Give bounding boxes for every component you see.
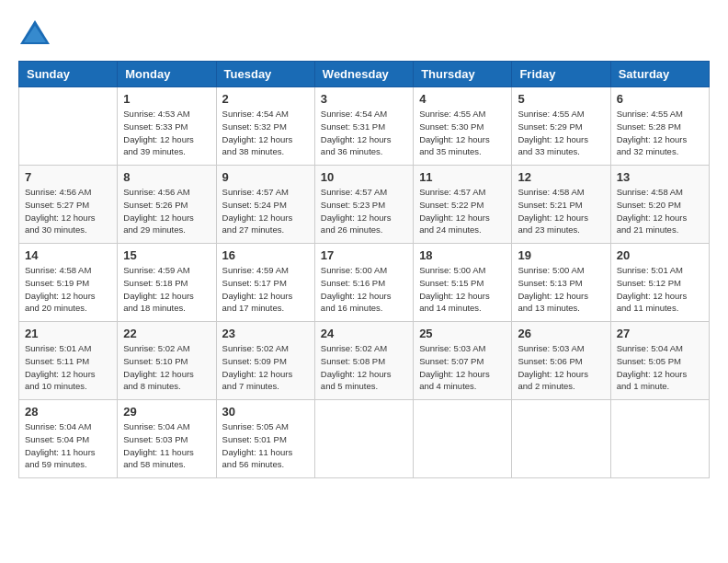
calendar-cell: 13Sunrise: 4:58 AM Sunset: 5:20 PM Dayli…: [610, 166, 709, 244]
day-number: 21: [25, 327, 111, 340]
calendar-cell: [314, 400, 413, 478]
calendar-cell: 25Sunrise: 5:03 AM Sunset: 5:07 PM Dayli…: [414, 322, 512, 400]
calendar-cell: 12Sunrise: 4:58 AM Sunset: 5:21 PM Dayli…: [512, 166, 610, 244]
day-number: 14: [25, 248, 111, 262]
day-info: Sunrise: 5:02 AM Sunset: 5:08 PM Dayligh…: [321, 342, 407, 393]
day-header-tuesday: Tuesday: [216, 62, 314, 87]
day-number: 9: [222, 170, 309, 184]
logo: [18, 18, 57, 46]
day-header-saturday: Saturday: [610, 62, 709, 87]
day-info: Sunrise: 5:01 AM Sunset: 5:11 PM Dayligh…: [25, 342, 111, 393]
day-number: 22: [123, 327, 210, 340]
day-info: Sunrise: 4:54 AM Sunset: 5:31 PM Dayligh…: [321, 108, 407, 158]
day-info: Sunrise: 4:55 AM Sunset: 5:28 PM Dayligh…: [617, 108, 703, 158]
day-number: 5: [518, 92, 604, 106]
calendar-cell: [19, 87, 118, 166]
calendar-cell: 29Sunrise: 5:04 AM Sunset: 5:03 PM Dayli…: [118, 400, 216, 478]
calendar-cell: 21Sunrise: 5:01 AM Sunset: 5:11 PM Dayli…: [19, 322, 118, 400]
day-info: Sunrise: 4:59 AM Sunset: 5:18 PM Dayligh…: [123, 264, 210, 315]
day-info: Sunrise: 5:02 AM Sunset: 5:09 PM Dayligh…: [222, 342, 309, 393]
calendar-cell: 14Sunrise: 4:58 AM Sunset: 5:19 PM Dayli…: [19, 244, 118, 322]
day-info: Sunrise: 5:04 AM Sunset: 5:04 PM Dayligh…: [25, 420, 111, 471]
day-number: 29: [123, 405, 210, 419]
calendar-header: SundayMondayTuesdayWednesdayThursdayFrid…: [19, 62, 710, 87]
calendar-cell: 26Sunrise: 5:03 AM Sunset: 5:06 PM Dayli…: [512, 322, 610, 400]
week-row-1: 1Sunrise: 4:53 AM Sunset: 5:33 PM Daylig…: [19, 87, 710, 166]
day-number: 28: [25, 405, 111, 419]
day-info: Sunrise: 4:57 AM Sunset: 5:22 PM Dayligh…: [419, 186, 506, 236]
calendar-cell: 5Sunrise: 4:55 AM Sunset: 5:29 PM Daylig…: [512, 87, 610, 166]
calendar-cell: 23Sunrise: 5:02 AM Sunset: 5:09 PM Dayli…: [216, 322, 314, 400]
day-number: 17: [321, 248, 407, 262]
day-number: 7: [25, 170, 111, 184]
day-info: Sunrise: 5:00 AM Sunset: 5:13 PM Dayligh…: [518, 264, 604, 315]
calendar-cell: 2Sunrise: 4:54 AM Sunset: 5:32 PM Daylig…: [216, 87, 314, 166]
day-number: 30: [222, 405, 309, 419]
week-row-4: 21Sunrise: 5:01 AM Sunset: 5:11 PM Dayli…: [19, 322, 710, 400]
calendar-cell: 18Sunrise: 5:00 AM Sunset: 5:15 PM Dayli…: [414, 244, 512, 322]
week-row-3: 14Sunrise: 4:58 AM Sunset: 5:19 PM Dayli…: [19, 244, 710, 322]
calendar-cell: 8Sunrise: 4:56 AM Sunset: 5:26 PM Daylig…: [118, 166, 216, 244]
calendar-cell: [512, 400, 610, 478]
day-info: Sunrise: 5:01 AM Sunset: 5:12 PM Dayligh…: [617, 264, 703, 315]
calendar-cell: 20Sunrise: 5:01 AM Sunset: 5:12 PM Dayli…: [610, 244, 709, 322]
day-number: 4: [419, 92, 506, 106]
day-info: Sunrise: 5:04 AM Sunset: 5:05 PM Dayligh…: [617, 342, 703, 393]
day-info: Sunrise: 4:59 AM Sunset: 5:17 PM Dayligh…: [222, 264, 309, 315]
calendar-cell: 15Sunrise: 4:59 AM Sunset: 5:18 PM Dayli…: [118, 244, 216, 322]
calendar-cell: [414, 400, 512, 478]
day-header-wednesday: Wednesday: [314, 62, 413, 87]
day-number: 20: [617, 248, 703, 262]
day-info: Sunrise: 5:00 AM Sunset: 5:15 PM Dayligh…: [419, 264, 506, 315]
day-number: 23: [222, 327, 309, 340]
day-info: Sunrise: 4:58 AM Sunset: 5:20 PM Dayligh…: [617, 186, 703, 236]
calendar-cell: 28Sunrise: 5:04 AM Sunset: 5:04 PM Dayli…: [19, 400, 118, 478]
day-info: Sunrise: 4:54 AM Sunset: 5:32 PM Dayligh…: [222, 108, 309, 158]
day-number: 15: [123, 248, 210, 262]
week-row-2: 7Sunrise: 4:56 AM Sunset: 5:27 PM Daylig…: [19, 166, 710, 244]
day-info: Sunrise: 5:02 AM Sunset: 5:10 PM Dayligh…: [123, 342, 210, 393]
calendar-cell: 10Sunrise: 4:57 AM Sunset: 5:23 PM Dayli…: [314, 166, 413, 244]
logo-icon: [18, 18, 51, 46]
calendar-cell: 27Sunrise: 5:04 AM Sunset: 5:05 PM Dayli…: [610, 322, 709, 400]
day-number: 12: [518, 170, 604, 184]
calendar-cell: 6Sunrise: 4:55 AM Sunset: 5:28 PM Daylig…: [610, 87, 709, 166]
day-number: 13: [617, 170, 703, 184]
day-info: Sunrise: 4:57 AM Sunset: 5:23 PM Dayligh…: [321, 186, 407, 236]
day-number: 24: [321, 327, 407, 340]
calendar-cell: 22Sunrise: 5:02 AM Sunset: 5:10 PM Dayli…: [118, 322, 216, 400]
day-header-thursday: Thursday: [414, 62, 512, 87]
calendar: SundayMondayTuesdayWednesdayThursdayFrid…: [18, 61, 710, 478]
day-number: 27: [617, 327, 703, 340]
day-info: Sunrise: 5:05 AM Sunset: 5:01 PM Dayligh…: [222, 420, 309, 471]
calendar-cell: 3Sunrise: 4:54 AM Sunset: 5:31 PM Daylig…: [314, 87, 413, 166]
day-info: Sunrise: 5:04 AM Sunset: 5:03 PM Dayligh…: [123, 420, 210, 471]
calendar-cell: 30Sunrise: 5:05 AM Sunset: 5:01 PM Dayli…: [216, 400, 314, 478]
calendar-cell: 16Sunrise: 4:59 AM Sunset: 5:17 PM Dayli…: [216, 244, 314, 322]
calendar-cell: 4Sunrise: 4:55 AM Sunset: 5:30 PM Daylig…: [414, 87, 512, 166]
day-number: 6: [617, 92, 703, 106]
calendar-cell: 17Sunrise: 5:00 AM Sunset: 5:16 PM Dayli…: [314, 244, 413, 322]
day-number: 25: [419, 327, 506, 340]
day-header-monday: Monday: [118, 62, 216, 87]
day-info: Sunrise: 5:03 AM Sunset: 5:07 PM Dayligh…: [419, 342, 506, 393]
day-info: Sunrise: 4:55 AM Sunset: 5:29 PM Dayligh…: [518, 108, 604, 158]
calendar-cell: 24Sunrise: 5:02 AM Sunset: 5:08 PM Dayli…: [314, 322, 413, 400]
calendar-cell: 11Sunrise: 4:57 AM Sunset: 5:22 PM Dayli…: [414, 166, 512, 244]
day-info: Sunrise: 4:53 AM Sunset: 5:33 PM Dayligh…: [123, 108, 210, 158]
calendar-cell: 19Sunrise: 5:00 AM Sunset: 5:13 PM Dayli…: [512, 244, 610, 322]
day-info: Sunrise: 4:58 AM Sunset: 5:21 PM Dayligh…: [518, 186, 604, 236]
day-info: Sunrise: 4:57 AM Sunset: 5:24 PM Dayligh…: [222, 186, 309, 236]
header: [18, 18, 710, 46]
day-number: 19: [518, 248, 604, 262]
calendar-body: 1Sunrise: 4:53 AM Sunset: 5:33 PM Daylig…: [19, 87, 710, 478]
week-row-5: 28Sunrise: 5:04 AM Sunset: 5:04 PM Dayli…: [19, 400, 710, 478]
day-number: 8: [123, 170, 210, 184]
calendar-cell: 7Sunrise: 4:56 AM Sunset: 5:27 PM Daylig…: [19, 166, 118, 244]
day-number: 11: [419, 170, 506, 184]
day-number: 10: [321, 170, 407, 184]
day-number: 2: [222, 92, 309, 106]
day-info: Sunrise: 4:56 AM Sunset: 5:27 PM Dayligh…: [25, 186, 111, 236]
calendar-cell: [610, 400, 709, 478]
day-info: Sunrise: 5:03 AM Sunset: 5:06 PM Dayligh…: [518, 342, 604, 393]
